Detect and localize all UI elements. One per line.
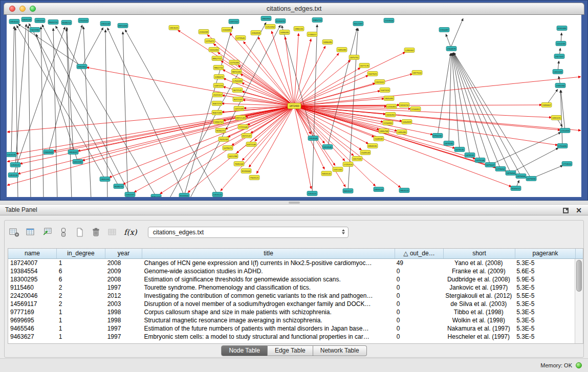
cell-out_degree[interactable]: 49	[395, 259, 443, 267]
graph-node[interactable]: 1295302	[404, 48, 415, 53]
minimize-button[interactable]	[19, 6, 26, 12]
graph-node[interactable]: 5051592	[73, 160, 83, 164]
graph-node[interactable]: 2260818	[251, 31, 261, 35]
cell-name[interactable]: 14569117	[8, 300, 57, 308]
cell-title[interactable]: Structural magnetic resonance image aver…	[142, 316, 395, 324]
graph-node[interactable]: 1053122	[212, 192, 223, 197]
graph-node[interactable]: 1051441	[333, 167, 343, 172]
graph-node[interactable]: 9453141	[321, 171, 332, 176]
cell-name[interactable]: 19384554	[8, 267, 57, 275]
graph-node[interactable]: 1853007	[68, 150, 78, 155]
graph-node[interactable]: 1616210	[399, 103, 409, 107]
cell-name[interactable]: 9115460	[8, 283, 57, 292]
graph-node[interactable]: 9067239	[212, 111, 222, 115]
table-row[interactable]: 946554611997Estimation of the future num…	[8, 324, 575, 333]
close-button[interactable]	[9, 6, 15, 12]
cell-out_degree[interactable]: 0	[395, 316, 443, 324]
graph-node[interactable]: 7625244	[219, 137, 229, 142]
graph-node[interactable]: 1853002	[9, 19, 19, 24]
graph-node[interactable]: 1905109	[100, 21, 111, 26]
cell-in_degree[interactable]: 1	[57, 333, 105, 341]
cell-title[interactable]: Embryonic stem cells: a model to study s…	[142, 333, 395, 341]
cell-pagerank[interactable]: 5.3E-5	[514, 300, 575, 308]
graph-node[interactable]: 2240681	[222, 28, 232, 32]
graph-node[interactable]: 1154460	[383, 121, 393, 125]
graph-node[interactable]: 1054929	[402, 120, 412, 124]
cell-year[interactable]: 2009	[105, 267, 142, 275]
cell-name[interactable]: 9465546	[8, 324, 57, 333]
tab-edge-table[interactable]: Edge Table	[268, 345, 313, 356]
graph-node[interactable]: 2021112	[212, 93, 223, 97]
cell-out_degree[interactable]: 0	[395, 333, 443, 341]
graph-node[interactable]: 8972458	[118, 24, 128, 28]
cell-pagerank[interactable]: 5.9E-5	[514, 275, 575, 283]
graph-node[interactable]: 5372149	[246, 142, 256, 147]
graph-node[interactable]: 2060503	[43, 150, 54, 155]
graph-node[interactable]: 1616261	[385, 113, 396, 117]
column-header-pagerank[interactable]: pagerank	[515, 249, 576, 258]
graph-node[interactable]: 1597202	[229, 19, 239, 24]
graph-node[interactable]: 1748417	[307, 32, 317, 37]
graph-node[interactable]: 1579148	[475, 158, 485, 163]
table-row[interactable]: 1938455462009Genome-wide association stu…	[8, 267, 575, 275]
tab-node-table[interactable]: Node Table	[221, 345, 268, 356]
cell-short[interactable]: Stergiakouli et al. (2012)	[443, 292, 514, 300]
graph-node[interactable]: 1617241	[352, 157, 362, 161]
cell-year[interactable]: 1998	[105, 316, 142, 324]
graph-node[interactable]: 1692415	[551, 116, 561, 120]
memory-indicator-icon[interactable]	[576, 362, 582, 368]
graph-node[interactable]: 1875751	[349, 55, 359, 60]
graph-node[interactable]: 8959191	[367, 144, 378, 148]
table-row[interactable]: 969969511998Structural magnetic resonanc…	[8, 316, 575, 324]
graph-node[interactable]: 1616430	[209, 48, 219, 52]
graph-node[interactable]: 1472149	[234, 106, 244, 111]
import-table-button[interactable]	[40, 226, 54, 239]
graph-node[interactable]: 1212454	[265, 25, 275, 29]
graph-node[interactable]: 9862715	[213, 65, 224, 70]
cell-in_degree[interactable]: 6	[57, 275, 105, 283]
graph-node[interactable]: 1647621	[367, 72, 378, 76]
graph-node[interactable]: 2275183	[229, 60, 239, 65]
graph-node[interactable]: 1050157	[125, 192, 135, 197]
graph-node[interactable]: 8852712	[212, 56, 222, 61]
graph-node[interactable]: 1725314	[343, 162, 353, 167]
tab-network-table[interactable]: Network Table	[313, 345, 367, 356]
function-builder-button[interactable]: f(x)	[124, 228, 137, 237]
cell-pagerank[interactable]: 5.5E-5	[514, 292, 575, 300]
cell-short[interactable]: Tibbo et al. (1998)	[443, 308, 514, 316]
cell-short[interactable]: Nakamura et al. (1997)	[443, 324, 514, 333]
graph-node[interactable]: 7421930	[30, 28, 40, 32]
graph-node[interactable]: 1895758	[379, 129, 389, 134]
map-table-button[interactable]	[105, 226, 119, 239]
cell-pagerank[interactable]: 5.6E-5	[514, 267, 575, 275]
graph-node[interactable]: 1986131	[294, 27, 304, 31]
cell-title[interactable]: Estimation of significance thresholds fo…	[142, 275, 395, 283]
graph-node[interactable]: 1053125	[7, 152, 16, 157]
cell-year[interactable]: 2008	[105, 259, 142, 267]
column-header-out_degree[interactable]: △ out_de…	[395, 249, 444, 258]
float-panel-icon[interactable]	[563, 208, 569, 213]
cell-in_degree[interactable]: 1	[57, 324, 105, 333]
network-graph[interactable]: 1872400224005812754711616430885271298627…	[7, 15, 581, 197]
graph-node[interactable]: 1679447	[485, 163, 495, 167]
table-row[interactable]: 911546021997Tourette syndrome. Phenomeno…	[8, 283, 575, 292]
cell-pagerank[interactable]: 5.3E-5	[514, 333, 575, 341]
graph-node[interactable]: 1595807	[541, 103, 552, 107]
cell-year[interactable]: 1997	[105, 283, 142, 292]
cell-year[interactable]: 1998	[105, 308, 142, 316]
graph-node[interactable]: 1210453	[560, 128, 570, 133]
cell-year[interactable]: 2003	[105, 300, 142, 308]
graph-node[interactable]: 1755183	[232, 79, 243, 83]
graph-node[interactable]: 1549143	[360, 150, 371, 155]
graph-node[interactable]: 9133300	[179, 193, 189, 198]
cell-title[interactable]: Disruption of a novel member of a sodium…	[142, 300, 395, 308]
table-row[interactable]: 2242004622012Investigating the contribut…	[8, 292, 575, 300]
graph-node[interactable]: 1879191	[444, 141, 454, 146]
graph-node[interactable]: 1079071	[223, 146, 233, 150]
graph-node[interactable]: 1879454	[506, 171, 516, 176]
cell-short[interactable]: Franke et al. (2009)	[443, 267, 514, 275]
graph-node[interactable]: 2240058	[199, 30, 209, 34]
column-header-in_degree[interactable]: in_degree	[57, 249, 105, 258]
cell-out_degree[interactable]: 0	[395, 292, 443, 300]
cell-out_degree[interactable]: 0	[395, 283, 443, 292]
